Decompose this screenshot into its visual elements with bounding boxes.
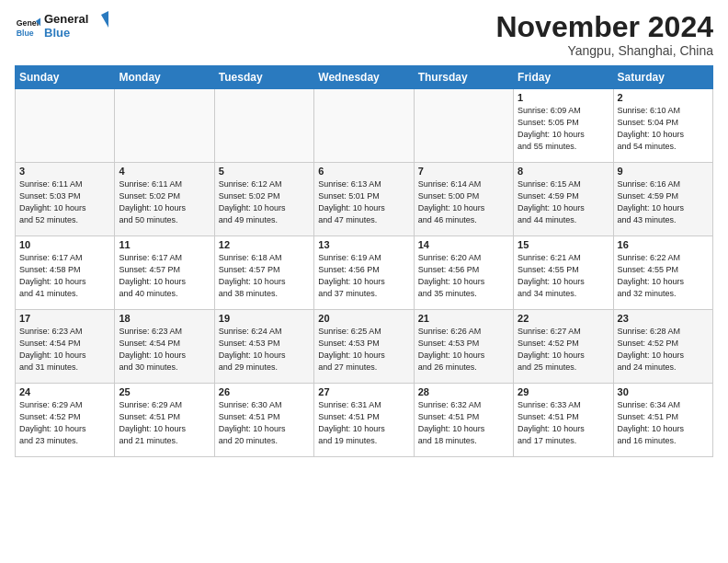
day-cell: 10Sunrise: 6:17 AM Sunset: 4:58 PM Dayli… (16, 236, 115, 310)
day-cell: 5Sunrise: 6:12 AM Sunset: 5:02 PM Daylig… (214, 163, 313, 236)
day-info: Sunrise: 6:28 AM Sunset: 4:52 PM Dayligh… (618, 326, 709, 373)
day-number: 15 (518, 239, 609, 250)
day-info: Sunrise: 6:22 AM Sunset: 4:55 PM Dayligh… (618, 252, 709, 300)
day-number: 4 (119, 166, 210, 177)
day-number: 1 (518, 92, 609, 103)
svg-text:General: General (17, 18, 40, 28)
day-cell: 26Sunrise: 6:30 AM Sunset: 4:51 PM Dayli… (214, 384, 313, 457)
day-info: Sunrise: 6:15 AM Sunset: 4:59 PM Dayligh… (518, 178, 609, 226)
header-sunday: Sunday (16, 66, 115, 89)
day-number: 2 (618, 92, 709, 103)
day-number: 16 (618, 239, 709, 250)
day-number: 8 (518, 166, 609, 177)
week-row-5: 24Sunrise: 6:29 AM Sunset: 4:52 PM Dayli… (16, 384, 713, 457)
day-number: 5 (219, 166, 310, 177)
calendar-page: General Blue General Blue November 2024 … (0, 0, 728, 563)
day-info: Sunrise: 6:11 AM Sunset: 5:03 PM Dayligh… (19, 178, 110, 226)
day-number: 19 (219, 313, 310, 324)
svg-text:General: General (44, 12, 88, 26)
day-number: 7 (418, 166, 509, 177)
day-cell (314, 89, 414, 163)
day-info: Sunrise: 6:23 AM Sunset: 4:54 PM Dayligh… (119, 326, 210, 373)
day-number: 3 (19, 166, 110, 177)
day-info: Sunrise: 6:29 AM Sunset: 4:51 PM Dayligh… (119, 399, 210, 447)
day-number: 9 (618, 166, 709, 177)
day-cell: 18Sunrise: 6:23 AM Sunset: 4:54 PM Dayli… (115, 310, 214, 384)
week-row-2: 3Sunrise: 6:11 AM Sunset: 5:03 PM Daylig… (16, 163, 713, 236)
day-cell: 30Sunrise: 6:34 AM Sunset: 4:51 PM Dayli… (613, 384, 712, 457)
day-info: Sunrise: 6:26 AM Sunset: 4:53 PM Dayligh… (418, 326, 509, 373)
day-info: Sunrise: 6:24 AM Sunset: 4:53 PM Dayligh… (219, 326, 310, 373)
svg-marker-6 (101, 11, 108, 28)
day-cell: 8Sunrise: 6:15 AM Sunset: 4:59 PM Daylig… (514, 163, 613, 236)
day-info: Sunrise: 6:12 AM Sunset: 5:02 PM Dayligh… (219, 178, 310, 226)
header-wednesday: Wednesday (314, 66, 414, 89)
day-cell: 9Sunrise: 6:16 AM Sunset: 4:59 PM Daylig… (613, 163, 712, 236)
header-friday: Friday (514, 66, 613, 89)
day-info: Sunrise: 6:17 AM Sunset: 4:57 PM Dayligh… (119, 252, 210, 300)
week-row-4: 17Sunrise: 6:23 AM Sunset: 4:54 PM Dayli… (16, 310, 713, 384)
header-saturday: Saturday (613, 66, 712, 89)
day-info: Sunrise: 6:32 AM Sunset: 4:51 PM Dayligh… (418, 399, 509, 447)
day-cell: 3Sunrise: 6:11 AM Sunset: 5:03 PM Daylig… (16, 163, 115, 236)
location-subtitle: Yangpu, Shanghai, China (495, 43, 713, 58)
day-info: Sunrise: 6:10 AM Sunset: 5:04 PM Dayligh… (618, 105, 709, 153)
day-cell (414, 89, 513, 163)
day-cell: 1Sunrise: 6:09 AM Sunset: 5:05 PM Daylig… (514, 89, 613, 163)
day-number: 22 (518, 313, 609, 324)
day-number: 14 (418, 239, 509, 250)
day-info: Sunrise: 6:33 AM Sunset: 4:51 PM Dayligh… (518, 399, 609, 447)
header-thursday: Thursday (414, 66, 513, 89)
day-cell: 22Sunrise: 6:27 AM Sunset: 4:52 PM Dayli… (514, 310, 613, 384)
day-cell: 24Sunrise: 6:29 AM Sunset: 4:52 PM Dayli… (16, 384, 115, 457)
day-number: 28 (418, 386, 509, 397)
day-number: 13 (318, 239, 409, 250)
day-number: 26 (219, 386, 310, 397)
day-info: Sunrise: 6:19 AM Sunset: 4:56 PM Dayligh… (318, 252, 409, 300)
day-cell: 12Sunrise: 6:18 AM Sunset: 4:57 PM Dayli… (214, 236, 313, 310)
day-cell: 6Sunrise: 6:13 AM Sunset: 5:01 PM Daylig… (314, 163, 414, 236)
day-info: Sunrise: 6:11 AM Sunset: 5:02 PM Dayligh… (119, 178, 210, 226)
day-cell: 13Sunrise: 6:19 AM Sunset: 4:56 PM Dayli… (314, 236, 414, 310)
day-info: Sunrise: 6:30 AM Sunset: 4:51 PM Dayligh… (219, 399, 310, 447)
day-cell: 23Sunrise: 6:28 AM Sunset: 4:52 PM Dayli… (613, 310, 712, 384)
day-number: 27 (318, 386, 409, 397)
day-info: Sunrise: 6:29 AM Sunset: 4:52 PM Dayligh… (19, 399, 110, 447)
day-cell: 11Sunrise: 6:17 AM Sunset: 4:57 PM Dayli… (115, 236, 214, 310)
day-info: Sunrise: 6:27 AM Sunset: 4:52 PM Dayligh… (518, 326, 609, 373)
day-info: Sunrise: 6:18 AM Sunset: 4:57 PM Dayligh… (219, 252, 310, 300)
day-info: Sunrise: 6:21 AM Sunset: 4:55 PM Dayligh… (518, 252, 609, 300)
day-info: Sunrise: 6:31 AM Sunset: 4:51 PM Dayligh… (318, 399, 409, 447)
day-info: Sunrise: 6:13 AM Sunset: 5:01 PM Dayligh… (318, 178, 409, 226)
day-info: Sunrise: 6:20 AM Sunset: 4:56 PM Dayligh… (418, 252, 509, 300)
day-cell: 14Sunrise: 6:20 AM Sunset: 4:56 PM Dayli… (414, 236, 513, 310)
day-cell: 29Sunrise: 6:33 AM Sunset: 4:51 PM Dayli… (514, 384, 613, 457)
day-info: Sunrise: 6:34 AM Sunset: 4:51 PM Dayligh… (618, 399, 709, 447)
calendar-table: SundayMondayTuesdayWednesdayThursdayFrid… (15, 65, 713, 457)
day-number: 21 (418, 313, 509, 324)
day-number: 25 (119, 386, 210, 397)
header-monday: Monday (115, 66, 214, 89)
day-number: 10 (19, 239, 110, 250)
day-number: 24 (19, 386, 110, 397)
day-number: 6 (318, 166, 409, 177)
day-info: Sunrise: 6:09 AM Sunset: 5:05 PM Dayligh… (518, 105, 609, 153)
week-row-3: 10Sunrise: 6:17 AM Sunset: 4:58 PM Dayli… (16, 236, 713, 310)
header-row: SundayMondayTuesdayWednesdayThursdayFrid… (16, 66, 713, 89)
day-cell: 4Sunrise: 6:11 AM Sunset: 5:02 PM Daylig… (115, 163, 214, 236)
day-info: Sunrise: 6:16 AM Sunset: 4:59 PM Dayligh… (618, 178, 709, 226)
logo-svg: General Blue (44, 11, 108, 40)
header-tuesday: Tuesday (214, 66, 313, 89)
day-info: Sunrise: 6:23 AM Sunset: 4:54 PM Dayligh… (19, 326, 110, 373)
svg-text:Blue: Blue (44, 26, 70, 40)
day-cell (214, 89, 313, 163)
logo: General Blue General Blue (15, 11, 108, 44)
day-number: 18 (119, 313, 210, 324)
day-cell: 21Sunrise: 6:26 AM Sunset: 4:53 PM Dayli… (414, 310, 513, 384)
day-number: 11 (119, 239, 210, 250)
day-info: Sunrise: 6:17 AM Sunset: 4:58 PM Dayligh… (19, 252, 110, 300)
day-cell: 28Sunrise: 6:32 AM Sunset: 4:51 PM Dayli… (414, 384, 513, 457)
day-cell: 2Sunrise: 6:10 AM Sunset: 5:04 PM Daylig… (613, 89, 712, 163)
title-area: November 2024 Yangpu, Shanghai, China (495, 11, 713, 58)
day-cell: 20Sunrise: 6:25 AM Sunset: 4:53 PM Dayli… (314, 310, 414, 384)
